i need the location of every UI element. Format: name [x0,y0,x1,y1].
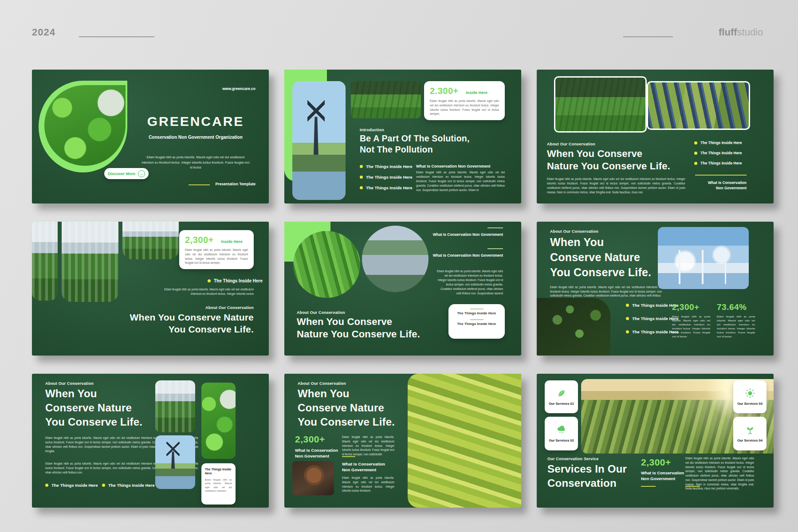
stat-number: 2.300+ [430,86,459,96]
side-title: What Is Conservation Non Government [426,253,503,258]
heading-line: You Conserve Life. [45,415,161,429]
solar-farm-photo [647,81,750,130]
service-card: Our Services 01 [545,380,578,413]
dot-icon [360,165,363,168]
brand-logo-light: studio [737,27,763,38]
sprout-icon [745,425,755,435]
subtitle: Conservation Non Government Organization [136,135,256,140]
service-card: Our Services 04 [733,417,767,450]
list-item: The Things Inside Here [694,141,742,145]
slide-heading: When You Conserve Nature You Conserve Li… [298,387,404,429]
kicker: About Our Conservation [45,381,94,386]
list-item: The Things Inside Here [626,303,679,308]
list-item: The Things Inside Here [694,161,742,165]
list-item-label: The Things Inside Here [700,151,742,155]
stat-label: What Is Conservation Non Government [641,470,684,481]
heading-line: Conserve Nature [298,401,404,415]
slide-9-services: Our Services 01 Our Services 02 Our Serv… [537,374,774,508]
list-item: The Things Inside Here [360,175,413,180]
side-paragraph: Etiam feugiat nibh ac porta lobortis. Ma… [436,269,503,296]
kicker: Introduction [360,128,384,132]
side-divider [487,248,503,249]
body-paragraph: Etiam feugiat nibh ac porta lobortis. Ma… [547,177,685,195]
header-divider-left [79,36,154,37]
card-item: The Things Inside Here [453,322,500,326]
service-label: Our Services 02 [549,438,574,442]
stat-label: What Is Conservation Non Government [295,447,338,459]
list-item-label: The Things Inside Here [700,161,742,165]
discover-more-button[interactable]: Discover More → [104,168,149,179]
stat-paragraph: Etiam feugiat nibh ac porta lobortis. Ma… [717,315,755,339]
kicker: Our Conservation Service [547,457,598,461]
rain-cloud-icon [556,425,567,435]
list-item-label: The Things Inside Here [700,141,742,145]
column-divider [342,456,355,457]
service-card: Our Services 02 [545,417,578,450]
list-item: The Things Inside Here [626,316,679,321]
heading-line: When You [550,235,665,250]
slide-8-aerial: About Our Conservation When You Conserve… [284,374,521,508]
windmill-photo [155,435,195,489]
side-divider [487,227,503,228]
stat-card: 2.300+ Inside Here Etiam feugiat nibh ac… [424,81,505,120]
seedling-tray-photo [537,298,610,356]
heading-line: You Conserve Life. [298,415,404,429]
farmer-field-photo [351,81,421,118]
stat-paragraph: Etiam feugiat nibh ac porta lobortis. Ma… [672,315,710,339]
service-label: Our Services 01 [549,402,574,406]
wind-turbines-photo [658,227,749,289]
slide-1-title: www.greencare.co GREENCARE Conservation … [32,70,269,203]
heading-line: Conserve Nature [550,250,665,265]
card-divider [470,319,484,320]
list-item: The Things Inside Here [102,483,155,488]
dot-icon [102,484,105,487]
dot-icon [694,141,697,145]
stat-card: 2,300+ Inside Here Etiam feugiat nibh ac… [179,230,254,269]
column-title: What Is Conservation Non Government [416,164,505,168]
slide-7-gallery: About Our Conservation When You Conserve… [32,374,269,508]
list-item: The Things Inside Here [360,185,413,190]
greenhouse-photo-strip [122,222,179,259]
stat-label-line: What Is Conservation [295,447,338,453]
dot-icon [45,484,48,487]
stat-card-body: Etiam feugiat nibh ac porta lobortis. Ma… [430,99,499,116]
list-item-label: The Things Inside Here [214,278,263,283]
slide-heading: When You Conserve Nature You Conserve Li… [547,148,698,172]
body-paragraph: Etiam feugiat nibh ac porta lobortis. Ma… [550,285,662,298]
footer-label: Presentation Template [212,182,256,186]
stat-number: 2,300+ [641,457,671,468]
heading-line: When You Conserve Nature [112,311,254,323]
side-title-line: Non Government [690,185,747,191]
microgreens-harvest-photo [201,383,236,459]
heading-line: When You Conserve [547,148,698,160]
card-divider [470,309,484,309]
dot-icon [360,186,363,189]
column-divider [685,486,700,487]
heading-line: Nature You Conserve Life. [547,160,698,172]
footer-divider [189,184,210,185]
kicker: About Our Conservation [550,229,598,234]
heading-line: You Conserve Life. [112,323,254,335]
page-title: GREENCARE [136,114,256,129]
slide-3-about: About Our Conservation When You Conserve… [537,70,774,203]
list-item: The Things Inside Here [626,329,679,334]
greenhouse-worker-photo [155,380,195,432]
things-card: The Things Inside Here The Things Inside… [448,304,505,339]
sun-icon [745,388,755,399]
list-item-label: The Things Inside Here [632,329,679,334]
dot-icon [626,317,629,320]
dot-icon [626,330,629,333]
card-body: Etiam feugiat nibh ac porta lobortis. Ma… [205,478,232,493]
heading-line: Conserve Nature [45,401,161,415]
slide-4-conserve: 2,300+ Inside Here Etiam feugiat nibh ac… [32,222,269,356]
list-item-label: The Things Inside Here [632,303,679,308]
side-title-line: What Is Conservation [690,180,747,185]
column-divider [641,486,656,487]
dot-icon [694,162,697,165]
stat-label-line: Non Government [295,453,338,459]
discover-more-label: Discover More [108,172,135,176]
slide-heading: When You Conserve Nature You Conserve Li… [550,235,665,280]
template-showcase: 2024 fluffstudio www.greencare.co GREENC… [0,0,798,532]
slide-5-circles: About Our Conservation When You Conserve… [284,222,521,356]
aerial-fields-photo [408,374,521,508]
